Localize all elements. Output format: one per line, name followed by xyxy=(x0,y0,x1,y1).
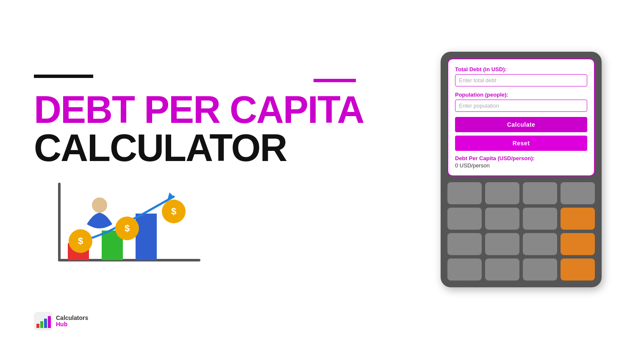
logo-text: Calculators Hub xyxy=(56,315,88,328)
key-orange-2[interactable] xyxy=(561,233,595,255)
keypad xyxy=(447,182,595,281)
calculator-device: Total Debt (in USD): Population (people)… xyxy=(441,52,602,287)
key-12[interactable] xyxy=(485,258,519,281)
key-1[interactable] xyxy=(447,182,482,204)
key-5[interactable] xyxy=(447,208,482,230)
page-container: DEBT PER CAPITA CALCULATOR xyxy=(0,0,644,339)
logo-icon xyxy=(34,312,53,331)
svg-rect-14 xyxy=(36,324,39,328)
key-11[interactable] xyxy=(447,258,482,281)
title-area: DEBT PER CAPITA CALCULATOR xyxy=(34,91,432,167)
key-6[interactable] xyxy=(485,208,519,230)
svg-text:$: $ xyxy=(125,223,130,233)
svg-rect-4 xyxy=(136,214,157,260)
key-7[interactable] xyxy=(523,208,557,230)
svg-rect-16 xyxy=(44,319,47,328)
reset-button[interactable]: Reset xyxy=(455,136,587,151)
svg-text:$: $ xyxy=(78,236,83,246)
right-section: Total Debt (in USD): Population (people)… xyxy=(432,52,610,287)
key-8[interactable] xyxy=(447,233,482,255)
key-orange-3[interactable] xyxy=(561,258,595,281)
logo-hub: Hub xyxy=(56,321,88,328)
calculator-screen: Total Debt (in USD): Population (people)… xyxy=(447,58,595,176)
title-line1: DEBT PER CAPITA xyxy=(34,91,432,129)
top-decorative-bar xyxy=(34,75,93,78)
svg-point-12 xyxy=(92,197,107,213)
key-3[interactable] xyxy=(523,182,557,204)
result-value: 0 USD/person xyxy=(455,162,587,169)
left-section: DEBT PER CAPITA CALCULATOR xyxy=(34,66,432,273)
population-label: Population (people): xyxy=(455,92,587,98)
key-2[interactable] xyxy=(485,182,519,204)
population-input[interactable] xyxy=(455,100,587,112)
key-10[interactable] xyxy=(523,233,557,255)
svg-rect-17 xyxy=(48,316,51,328)
result-label: Debt Per Capita (USD/person): xyxy=(455,155,587,161)
key-orange-1[interactable] xyxy=(561,208,595,230)
chart-illustration: $ $ $ xyxy=(34,180,212,273)
key-4[interactable] xyxy=(561,182,595,204)
logo-calculators: Calculators xyxy=(56,315,88,321)
svg-text:$: $ xyxy=(171,206,176,217)
calculate-button[interactable]: Calculate xyxy=(455,117,587,132)
total-debt-label: Total Debt (in USD): xyxy=(455,66,587,72)
purple-decorative-bar xyxy=(314,79,356,82)
logo-area: Calculators Hub xyxy=(34,312,88,331)
key-13[interactable] xyxy=(523,258,557,281)
chart-svg: $ $ $ xyxy=(34,180,212,273)
svg-rect-15 xyxy=(40,321,43,328)
key-9[interactable] xyxy=(485,233,519,255)
title-line2: CALCULATOR xyxy=(34,129,432,167)
total-debt-input[interactable] xyxy=(455,74,587,86)
